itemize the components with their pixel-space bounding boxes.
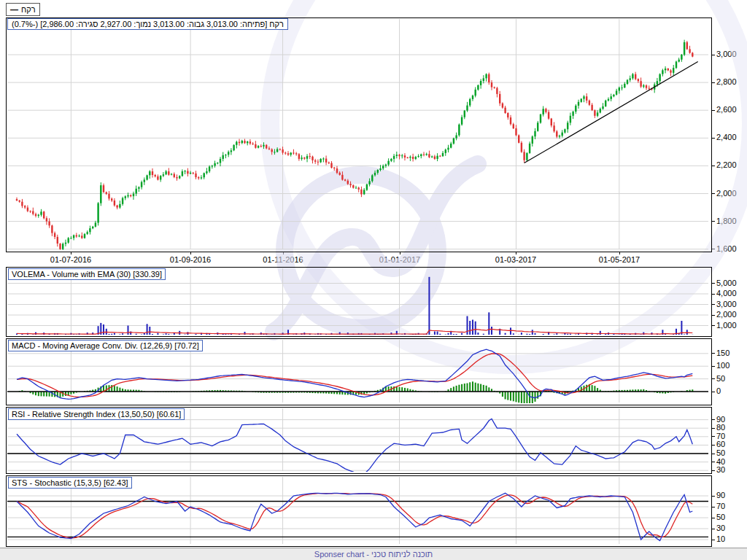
y-axis-tick — [712, 55, 715, 55]
x-axis-date-label: 01-11-2016 — [263, 255, 303, 264]
stochastic-indicator-label[interactable]: STS - Stochastic (15,3,5) [62.43] — [8, 477, 132, 489]
y-axis-tick — [712, 518, 715, 518]
price-plot-area[interactable] — [7, 18, 711, 252]
y-axis-tick — [712, 529, 715, 529]
stochastic-panel: STS - Stochastic (15,3,5) [62.43] — [6, 475, 712, 547]
y-axis-label: 1,800 — [716, 217, 737, 225]
y-axis-tick — [712, 366, 715, 367]
y-axis-tick — [712, 304, 715, 305]
y-axis-label: 1,000 — [716, 321, 737, 330]
x-axis-date-label: 01-07-2016 — [50, 255, 91, 264]
stochastic-d-line — [17, 494, 692, 538]
x-axis-date-label: 01-01-2017 — [379, 255, 420, 264]
y-axis-tick — [712, 470, 715, 471]
y-axis-label: 50 — [716, 513, 725, 521]
y-axis-label: 4,000 — [716, 289, 737, 298]
y-axis-tick — [712, 166, 715, 166]
y-axis-tick — [712, 436, 715, 437]
macd-panel: MACD - Moving Average Conv. Div. (12,26,… — [6, 338, 712, 405]
y-axis-tick — [712, 445, 715, 446]
y-axis-tick — [712, 353, 715, 354]
y-axis-label: 90 — [716, 491, 725, 499]
y-axis-tick — [712, 540, 715, 540]
y-axis-tick — [712, 507, 715, 508]
y-axis-label: 90 — [716, 415, 725, 424]
y-axis-tick — [712, 462, 715, 462]
macd-signal-line — [17, 354, 692, 397]
y-axis-tick — [712, 325, 715, 326]
y-axis-label: 50 — [716, 374, 725, 383]
y-axis-label: 40 — [716, 457, 725, 466]
y-axis-tick — [712, 138, 715, 139]
y-axis-tick — [712, 315, 715, 316]
ohlc-info-bar: רקח [פתיחה: 3,013.00 גבוה: 3,013.00 נמוך… — [7, 18, 288, 30]
y-axis-tick — [712, 428, 715, 429]
y-axis-label: 60 — [716, 440, 725, 448]
trend-line — [525, 62, 698, 163]
volume-panel: VOLEMA - Volume with EMA (30) [330.39] — [6, 267, 712, 337]
series-legend-label: רקח — [21, 4, 36, 15]
y-axis-label: 3,000 — [716, 50, 737, 58]
y-axis-label: 5,000 — [716, 279, 737, 287]
y-axis-tick — [712, 283, 715, 284]
y-axis-tick — [712, 496, 715, 497]
y-axis-label: 30 — [716, 465, 725, 474]
y-axis-tick — [712, 193, 715, 194]
y-axis-label: 150 — [716, 349, 729, 357]
y-axis-label: 70 — [716, 432, 725, 440]
stochastic-k-line — [17, 493, 692, 540]
y-axis-label: 50 — [716, 448, 725, 457]
y-axis-tick — [712, 110, 715, 111]
y-axis-label: 100 — [716, 361, 729, 370]
y-axis-tick — [712, 82, 715, 83]
volume-bars — [16, 277, 693, 335]
y-axis-label: 1,600 — [716, 244, 737, 253]
y-axis-tick — [712, 419, 715, 420]
x-axis-date-label: 01-05-2017 — [599, 255, 640, 264]
series-color-sample: — — [10, 4, 18, 15]
y-axis-label: 80 — [716, 423, 725, 432]
y-axis-label: 2,200 — [716, 160, 737, 169]
y-axis-tick — [712, 454, 715, 454]
x-axis-date-label: 01-09-2016 — [170, 255, 211, 264]
y-axis-label: 2,600 — [716, 105, 737, 114]
y-axis-label: 2,800 — [716, 77, 737, 86]
y-axis-tick — [712, 249, 715, 249]
rsi-panel: RSI - Relative Strength Index (13,50,50)… — [6, 407, 712, 474]
series-legend-tab[interactable]: — רקח — [6, 3, 40, 16]
gridlines — [7, 19, 708, 249]
rsi-indicator-label[interactable]: RSI - Relative Strength Index (13,50,50)… — [8, 408, 185, 420]
chart-application-window: — רקח רקח [פתיחה: 3,013.00 גבוה: 3,013.0… — [0, 0, 747, 560]
x-axis-date-label: 01-03-2017 — [495, 255, 536, 264]
y-axis-label: 3,000 — [716, 300, 737, 308]
y-axis-label: 2,000 — [716, 310, 737, 319]
y-axis-tick — [712, 378, 715, 379]
y-axis-tick — [712, 392, 715, 392]
y-axis-label: 70 — [716, 502, 725, 510]
volume-indicator-label[interactable]: VOLEMA - Volume with EMA (30) [330.39] — [8, 268, 166, 280]
volume-ema-line — [17, 329, 692, 334]
y-axis-label: 2,000 — [716, 189, 737, 198]
y-axis-label: 2,400 — [716, 133, 737, 141]
y-axis-tick — [712, 221, 715, 222]
candlestick-chart — [7, 18, 710, 250]
y-axis-label: 0 — [716, 386, 721, 395]
y-axis-label: 30 — [716, 524, 725, 532]
macd-indicator-label[interactable]: MACD - Moving Average Conv. Div. (12,26,… — [8, 340, 203, 351]
y-axis-tick — [712, 294, 715, 295]
y-axis-label: 10 — [716, 534, 725, 543]
price-candlestick-panel — [6, 18, 712, 252]
candles — [16, 40, 694, 250]
software-credit-footer: תוכנה לניתוח טכני - Sponser chart — [0, 548, 747, 560]
